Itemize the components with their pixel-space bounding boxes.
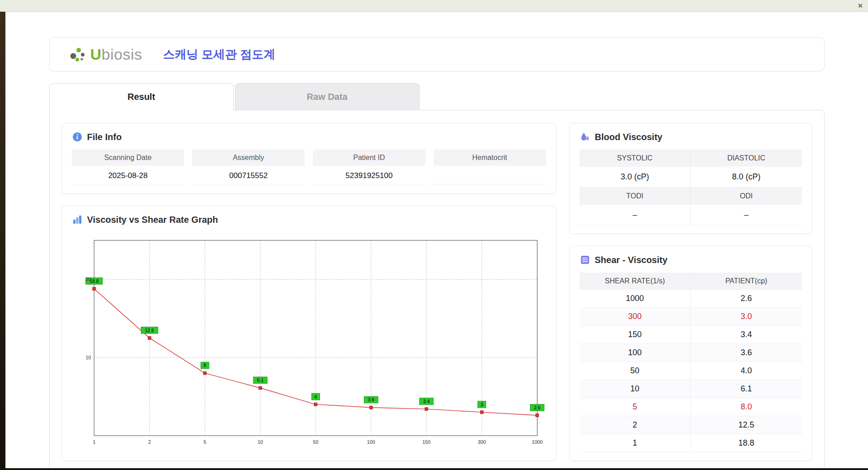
patient-cell: 12.5 <box>691 416 802 434</box>
shear-rate-column-header: SHEAR RATE(1/s) <box>580 273 691 290</box>
svg-text:8: 8 <box>203 363 206 368</box>
table-row: 1 18.8 <box>580 434 802 452</box>
diastolic-value: 8.0 (cP) <box>691 167 802 188</box>
shear-rate-cell: 50 <box>580 362 691 380</box>
svg-text:100: 100 <box>367 439 375 445</box>
ubiosis-logo: Ubiosis <box>68 44 142 64</box>
svg-text:150: 150 <box>422 439 430 445</box>
svg-text:10: 10 <box>257 439 263 445</box>
shear-viscosity-title: Shear - Viscosity <box>595 255 668 265</box>
close-icon[interactable]: ✕ <box>854 1 866 11</box>
app-window: Ubiosis 스캐닝 모세관 점도계 Result Raw Data <box>5 12 868 468</box>
table-row: 50 4.0 <box>580 362 802 380</box>
tab-result[interactable]: Result <box>49 83 234 110</box>
diastolic-label: DIASTOLIC <box>691 150 802 167</box>
page-title: 스캐닝 모세관 점도계 <box>163 47 275 62</box>
patient-cell: 6.1 <box>691 380 802 398</box>
todi-label: TODI <box>580 188 691 205</box>
blood-viscosity-table: SYSTOLIC DIASTOLIC 3.0 (cP) 8.0 (cP) TOD… <box>580 150 802 226</box>
systolic-label: SYSTOLIC <box>580 150 691 167</box>
table-row: 300 3.0 <box>580 308 802 326</box>
patient-cell: 2.6 <box>691 290 802 308</box>
svg-text:10: 10 <box>85 355 91 360</box>
shear-viscosity-table: SHEAR RATE(1/s) PATIENT(cp) 1000 2.6 300 <box>580 273 802 452</box>
svg-text:5: 5 <box>203 439 206 445</box>
shear-rate-cell: 300 <box>580 308 691 326</box>
shear-rate-cell: 100 <box>580 344 691 362</box>
tab-raw-data[interactable]: Raw Data <box>235 83 420 110</box>
logo-text: Ubiosis <box>90 46 142 63</box>
field-value: 000715552 <box>192 166 305 185</box>
table-row: 5 8.0 <box>580 398 802 416</box>
todi-value: – <box>580 205 691 226</box>
shear-rate-cell: 2 <box>580 416 691 434</box>
svg-text:2: 2 <box>148 439 151 445</box>
shear-rate-cell: 5 <box>580 398 691 416</box>
patient-cell: 8.0 <box>691 398 802 416</box>
file-info-card: File Info Scanning Date 2025-08-28 Assem… <box>61 123 557 194</box>
blood-viscosity-title: Blood Viscosity <box>595 132 663 142</box>
graph-title: Viscosity vs Shear Rate Graph <box>87 215 218 225</box>
patient-cell: 18.8 <box>691 434 802 452</box>
table-row: 100 3.6 <box>580 344 802 362</box>
shear-rate-cell: 150 <box>580 326 691 344</box>
svg-text:300: 300 <box>477 439 486 445</box>
file-info-title: File Info <box>87 132 122 142</box>
logo-dots-icon <box>68 44 88 64</box>
table-row: 150 3.4 <box>580 326 802 344</box>
systolic-value: 3.0 (cP) <box>580 167 691 188</box>
info-icon <box>72 132 83 142</box>
svg-text:4: 4 <box>314 395 317 400</box>
shear-rate-cell: 10 <box>580 380 691 398</box>
result-panel: File Info Scanning Date 2025-08-28 Assem… <box>49 110 825 468</box>
app-header: Ubiosis 스캐닝 모세관 점도계 <box>49 37 825 71</box>
viscosity-chart: 18.812.586.143.63.432.610201251050100150… <box>72 232 546 452</box>
chart-canvas: 18.812.586.143.63.432.610201251050100150… <box>73 236 545 448</box>
field-hematocrit: Hematocrit <box>434 150 546 185</box>
svg-text:1: 1 <box>93 439 95 445</box>
svg-text:6.1: 6.1 <box>257 378 264 383</box>
patient-cell: 4.0 <box>691 362 802 380</box>
field-assembly: Assembly 000715552 <box>192 150 305 185</box>
svg-text:3: 3 <box>480 402 483 407</box>
svg-text:1000: 1000 <box>532 439 542 445</box>
field-scanning-date: Scanning Date 2025-08-28 <box>72 150 184 185</box>
field-label: Patient ID <box>313 150 425 166</box>
patient-column-header: PATIENT(cp) <box>691 273 802 290</box>
odi-value: – <box>691 205 802 226</box>
svg-text:2.6: 2.6 <box>534 405 541 410</box>
field-value: 52391925100 <box>313 166 425 185</box>
blood-viscosity-card: Blood Viscosity SYSTOLIC DIASTOLIC 3.0 (… <box>569 123 812 234</box>
svg-text:12.5: 12.5 <box>145 328 154 333</box>
field-label: Assembly <box>192 150 305 166</box>
svg-text:3.6: 3.6 <box>368 397 374 402</box>
patient-cell: 3.6 <box>691 344 802 362</box>
field-value <box>434 166 546 184</box>
grid-table-icon <box>580 254 590 265</box>
svg-text:20: 20 <box>85 277 91 282</box>
shear-rate-cell: 1 <box>580 434 691 452</box>
droplets-icon <box>580 132 590 142</box>
viscosity-graph-card: Viscosity vs Shear Rate Graph 18.812.586… <box>61 206 557 461</box>
bar-chart-icon <box>72 214 83 225</box>
field-value: 2025-08-28 <box>72 166 184 185</box>
table-row: 1000 2.6 <box>580 290 802 308</box>
field-label: Scanning Date <box>72 150 184 166</box>
table-row: 2 12.5 <box>580 416 802 434</box>
field-label: Hematocrit <box>434 150 546 166</box>
tab-bar: Result Raw Data <box>49 83 825 110</box>
shear-rate-cell: 1000 <box>580 290 691 308</box>
svg-text:50: 50 <box>313 439 318 445</box>
svg-text:3.4: 3.4 <box>423 399 430 404</box>
patient-cell: 3.0 <box>691 308 802 326</box>
shear-viscosity-card: Shear - Viscosity SHEAR RATE(1/s) PATIEN… <box>569 246 812 461</box>
patient-cell: 3.4 <box>691 326 802 344</box>
table-row: 10 6.1 <box>580 380 802 398</box>
odi-label: ODI <box>691 188 802 205</box>
window-titlebar: ✕ <box>0 0 868 12</box>
field-patient-id: Patient ID 52391925100 <box>313 150 425 185</box>
